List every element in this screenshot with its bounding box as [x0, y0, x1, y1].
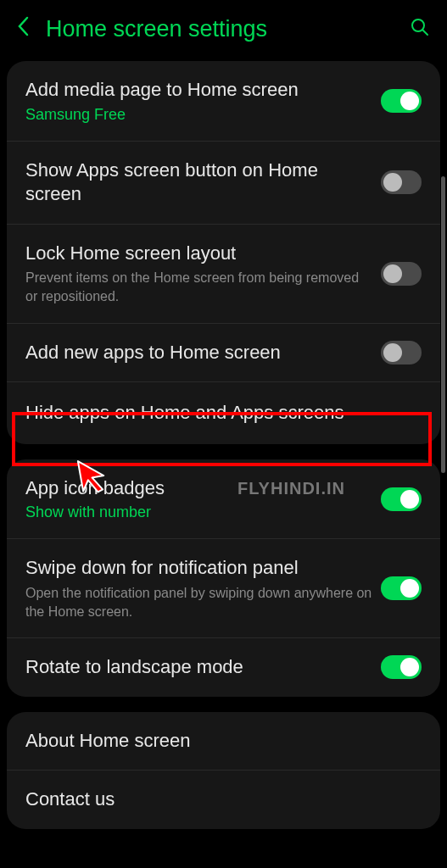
svg-line-1 [422, 30, 427, 35]
setting-add-media-page[interactable]: Add media page to Home screen Samsung Fr… [7, 61, 440, 142]
toggle-switch[interactable] [381, 262, 422, 286]
row-title: Rotate to landscape mode [25, 655, 372, 680]
toggle-switch[interactable] [381, 655, 422, 679]
row-subtitle: Prevent items on the Home screen from be… [25, 269, 372, 305]
toggle-switch[interactable] [381, 341, 422, 364]
settings-section: App icon badges Show with number Swipe d… [7, 459, 440, 697]
toggle-switch[interactable] [381, 89, 422, 113]
row-title: Contact us [25, 787, 413, 812]
header-bar: Home screen settings [0, 0, 447, 61]
setting-lock-layout[interactable]: Lock Home screen layout Prevent items on… [7, 225, 440, 324]
scrollbar[interactable] [441, 176, 445, 473]
setting-icon-badges[interactable]: App icon badges Show with number [7, 459, 440, 540]
toggle-switch[interactable] [381, 170, 422, 194]
settings-section: Add media page to Home screen Samsung Fr… [7, 61, 440, 444]
search-icon[interactable] [410, 17, 430, 41]
row-title: Swipe down for notification panel [25, 556, 372, 581]
row-title: Add new apps to Home screen [25, 341, 372, 365]
row-title: Lock Home screen layout [25, 242, 372, 266]
setting-swipe-notification[interactable]: Swipe down for notification panel Open t… [7, 539, 440, 638]
page-title: Home screen settings [46, 16, 393, 42]
row-title: Hide apps on Home and Apps screens [25, 401, 413, 426]
row-subtitle: Samsung Free [25, 106, 372, 124]
setting-rotate-landscape[interactable]: Rotate to landscape mode [7, 638, 440, 697]
row-title: App icon badges [25, 476, 372, 501]
row-title: About Home screen [25, 729, 413, 754]
setting-about-home[interactable]: About Home screen [7, 712, 440, 771]
setting-hide-apps[interactable]: Hide apps on Home and Apps screens [7, 382, 440, 444]
toggle-switch[interactable] [381, 576, 422, 600]
row-subtitle: Show with number [25, 504, 372, 521]
row-subtitle: Open the notification panel by swiping d… [25, 584, 372, 620]
toggle-switch[interactable] [381, 487, 422, 511]
row-title: Add media page to Home screen [25, 78, 372, 103]
setting-show-apps-button[interactable]: Show Apps screen button on Home screen [7, 142, 440, 225]
setting-add-new-apps[interactable]: Add new apps to Home screen [7, 324, 440, 383]
settings-section: About Home screen Contact us [7, 712, 440, 829]
setting-contact-us[interactable]: Contact us [7, 771, 440, 829]
back-icon[interactable] [17, 15, 29, 42]
row-title: Show Apps screen button on Home screen [25, 159, 372, 207]
